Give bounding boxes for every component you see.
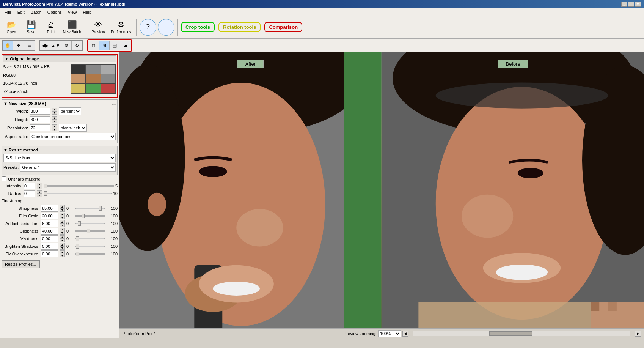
flip-horizontal-tool[interactable]: ◀▶ bbox=[40, 41, 50, 50]
side-by-side-tool[interactable]: ▤ bbox=[110, 41, 120, 50]
artifact-spin[interactable]: ▲ ▼ bbox=[60, 220, 65, 227]
hand-tool[interactable]: ✋ bbox=[3, 41, 13, 50]
about-button[interactable]: i bbox=[158, 19, 174, 36]
stacked-view-tool[interactable]: ▰ bbox=[120, 41, 131, 50]
rotate-ccw-tool[interactable]: ↺ bbox=[61, 41, 72, 50]
crop-tools-button[interactable]: Crop tools bbox=[181, 22, 215, 32]
sharpness-spin[interactable]: ▲ ▼ bbox=[60, 205, 65, 212]
width-unit-select[interactable]: percent pixels bbox=[59, 107, 81, 115]
menu-edit[interactable]: Edit bbox=[14, 9, 28, 15]
rotate-cw-tool[interactable]: ↻ bbox=[72, 41, 82, 50]
resolution-spin[interactable]: ▲ ▼ bbox=[52, 124, 57, 131]
menu-batch[interactable]: Batch bbox=[28, 9, 44, 15]
brighten-input[interactable] bbox=[41, 243, 58, 250]
sharpness-thumb[interactable] bbox=[99, 206, 102, 211]
menu-help[interactable]: Help bbox=[80, 9, 94, 15]
minimize-button[interactable]: _ bbox=[621, 2, 627, 7]
film-grain-thumb[interactable] bbox=[82, 214, 85, 218]
height-down[interactable]: ▼ bbox=[52, 120, 57, 123]
radius-spin[interactable]: ▲ ▼ bbox=[37, 190, 42, 197]
preferences-button[interactable]: ⚙ Preferences bbox=[109, 17, 133, 37]
artifact-input[interactable] bbox=[41, 220, 58, 227]
scroll-right-btn[interactable]: ▶ bbox=[635, 331, 641, 337]
brighten-slider[interactable] bbox=[75, 246, 105, 247]
preview-button[interactable]: 👁 Preview bbox=[89, 17, 107, 37]
menu-file[interactable]: File bbox=[2, 9, 14, 15]
vividness-input[interactable] bbox=[41, 235, 58, 242]
menu-options[interactable]: Options bbox=[44, 9, 65, 15]
vividness-spin[interactable]: ▲ ▼ bbox=[60, 235, 65, 242]
window-controls[interactable]: _ □ × bbox=[621, 2, 641, 7]
horizontal-scrollbar[interactable] bbox=[413, 331, 630, 336]
vividness-slider[interactable] bbox=[75, 238, 105, 239]
rotation-tools-button[interactable]: Rotation tools bbox=[218, 22, 261, 32]
width-up[interactable]: ▲ bbox=[52, 108, 57, 111]
menu-view[interactable]: View bbox=[65, 9, 80, 15]
resolution-down[interactable]: ▼ bbox=[52, 128, 57, 131]
intensity-input[interactable] bbox=[24, 183, 35, 189]
close-button[interactable]: × bbox=[635, 2, 641, 7]
split-view-tool[interactable]: ⊞ bbox=[99, 41, 110, 50]
aspect-ratio-select[interactable]: Constrain proportions Free bbox=[30, 133, 116, 140]
new-batch-button[interactable]: ⬛ New Batch bbox=[61, 17, 83, 37]
comparison-button[interactable]: Comparison bbox=[264, 22, 302, 32]
resize-options[interactable]: ... bbox=[112, 148, 116, 152]
presets-select[interactable]: Generic * Photo bbox=[20, 163, 116, 172]
resolution-input[interactable] bbox=[30, 124, 50, 131]
artifact-slider[interactable] bbox=[75, 223, 105, 224]
crispness-spin[interactable]: ▲ ▼ bbox=[60, 228, 65, 235]
intensity-down[interactable]: ▼ bbox=[37, 186, 42, 189]
intensity-track[interactable] bbox=[44, 185, 114, 187]
crop-tool[interactable]: ▭ bbox=[24, 41, 35, 50]
crispness-slider[interactable] bbox=[75, 230, 105, 232]
resolution-up[interactable]: ▲ bbox=[52, 124, 57, 128]
resize-profiles-button[interactable]: Resize Profiles... bbox=[2, 260, 40, 268]
sharpness-input[interactable] bbox=[41, 205, 58, 212]
intensity-spin[interactable]: ▲ ▼ bbox=[37, 183, 42, 189]
single-view-tool[interactable]: □ bbox=[88, 41, 99, 50]
scroll-thumb[interactable] bbox=[489, 331, 532, 336]
height-spin[interactable]: ▲ ▼ bbox=[52, 116, 57, 123]
film-grain-spin[interactable]: ▲ ▼ bbox=[60, 213, 65, 219]
zoom-select[interactable]: 100% 50% 200% Fit bbox=[378, 330, 401, 337]
radius-down[interactable]: ▼ bbox=[37, 194, 42, 197]
fix-overexposure-input[interactable] bbox=[41, 250, 58, 257]
film-grain-slider[interactable] bbox=[75, 215, 105, 217]
flip-vertical-tool[interactable]: ▲▼ bbox=[50, 41, 61, 50]
brighten-spin[interactable]: ▲ ▼ bbox=[60, 243, 65, 250]
vividness-thumb[interactable] bbox=[76, 236, 79, 241]
radius-up[interactable]: ▲ bbox=[37, 190, 42, 194]
brighten-thumb[interactable] bbox=[76, 244, 79, 249]
artifact-thumb[interactable] bbox=[78, 221, 81, 226]
height-input[interactable] bbox=[30, 116, 50, 123]
crispness-input[interactable] bbox=[41, 228, 58, 235]
fix-overexposure-spin[interactable]: ▲ ▼ bbox=[60, 250, 65, 257]
scroll-left-btn[interactable]: ◀ bbox=[402, 331, 408, 337]
help-button[interactable]: ? bbox=[140, 19, 156, 36]
unsharp-checkbox[interactable] bbox=[2, 176, 6, 181]
fix-overexposure-slider[interactable] bbox=[75, 253, 105, 255]
width-spin[interactable]: ▲ ▼ bbox=[52, 108, 57, 115]
save-button[interactable]: 💾 Save bbox=[22, 17, 40, 37]
width-down[interactable]: ▼ bbox=[52, 111, 57, 115]
new-size-options[interactable]: ... bbox=[112, 101, 116, 106]
intensity-up[interactable]: ▲ bbox=[37, 183, 42, 186]
collapse-triangle[interactable]: ▼ bbox=[5, 57, 8, 61]
print-button[interactable]: 🖨 Print bbox=[42, 17, 60, 37]
move-tool[interactable]: ✥ bbox=[13, 41, 24, 50]
maximize-button[interactable]: □ bbox=[628, 2, 634, 7]
intensity-thumb[interactable] bbox=[44, 184, 47, 188]
resolution-unit-select[interactable]: pixels/inch pixels/cm bbox=[59, 124, 87, 132]
crispness-thumb[interactable] bbox=[87, 229, 90, 233]
radius-thumb[interactable] bbox=[44, 191, 47, 196]
method-select[interactable]: S-Spline Max S-Spline XL Lanczos bbox=[3, 154, 116, 162]
film-grain-input[interactable] bbox=[41, 213, 58, 219]
preview-image-area[interactable]: After bbox=[119, 52, 644, 328]
height-up[interactable]: ▲ bbox=[52, 116, 57, 120]
sharpness-slider[interactable] bbox=[75, 208, 105, 209]
width-input[interactable] bbox=[30, 108, 50, 115]
fix-overexposure-thumb[interactable] bbox=[76, 252, 79, 256]
new-size-triangle[interactable]: ▼ bbox=[3, 101, 8, 106]
resize-triangle[interactable]: ▼ bbox=[3, 148, 8, 152]
radius-track[interactable] bbox=[44, 193, 112, 194]
